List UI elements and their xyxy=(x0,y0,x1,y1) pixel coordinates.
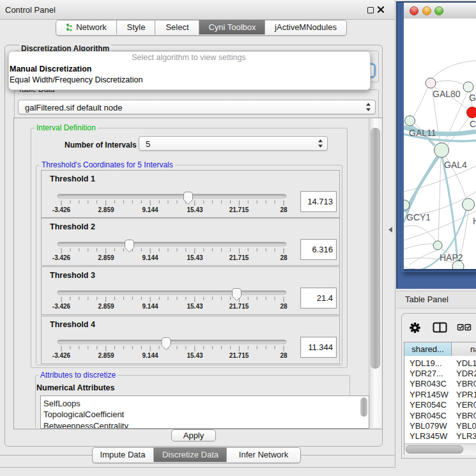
svg-text:HI: HI xyxy=(473,216,476,226)
svg-text:GAL80: GAL80 xyxy=(433,89,461,99)
svg-text:GA: GA xyxy=(469,93,476,103)
svg-text:GAL11: GAL11 xyxy=(409,128,436,138)
svg-text:CD: CD xyxy=(470,119,476,129)
svg-text:GAL4: GAL4 xyxy=(444,160,467,170)
svg-text:HAP2: HAP2 xyxy=(440,252,463,263)
svg-text:GCY1: GCY1 xyxy=(406,212,431,222)
